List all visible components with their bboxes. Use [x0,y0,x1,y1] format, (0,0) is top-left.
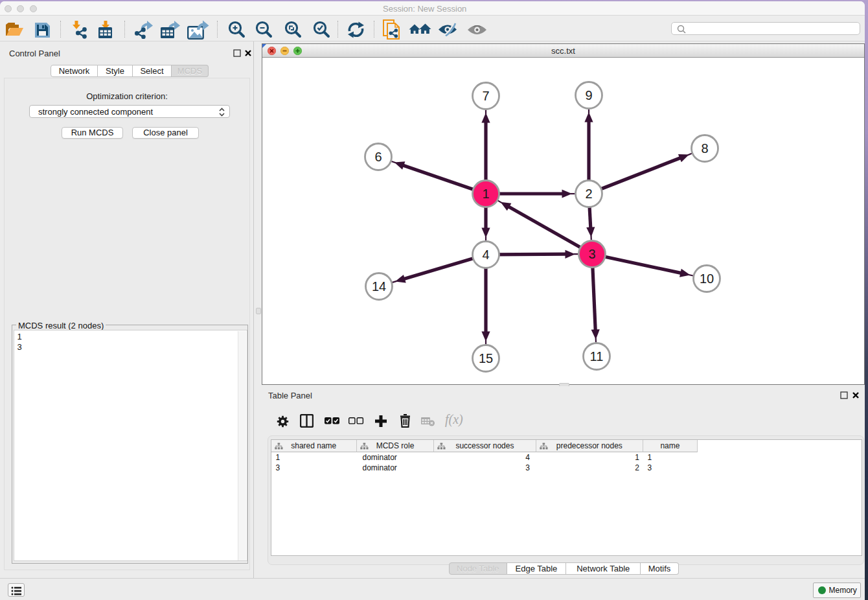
svg-text:15: 15 [479,351,493,365]
svg-text:10: 10 [700,271,714,286]
svg-text:4: 4 [482,248,489,262]
svg-text:3: 3 [588,247,595,261]
svg-text:6: 6 [374,150,382,164]
svg-text:9: 9 [585,88,592,102]
svg-text:1: 1 [482,187,489,201]
svg-text:14: 14 [372,279,386,294]
svg-text:2: 2 [585,187,592,201]
svg-text:8: 8 [701,141,708,156]
svg-text:11: 11 [590,349,604,363]
svg-text:7: 7 [482,89,489,103]
